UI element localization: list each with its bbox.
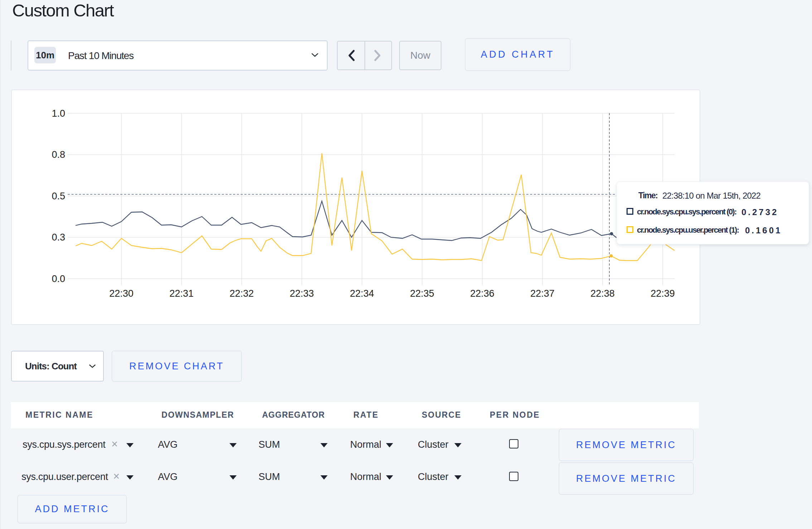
svg-text:0.8: 0.8	[52, 149, 65, 160]
svg-text:1.0: 1.0	[52, 108, 65, 119]
svg-text:22:31: 22:31	[169, 288, 194, 299]
svg-text:22:38: 22:38	[590, 288, 615, 299]
svg-text:0.0: 0.0	[52, 273, 65, 284]
svg-text:22:32: 22:32	[229, 288, 254, 299]
svg-text:22:39: 22:39	[651, 288, 675, 299]
svg-text:0.5: 0.5	[52, 191, 65, 202]
svg-text:22:30: 22:30	[109, 288, 134, 299]
svg-text:22:33: 22:33	[290, 288, 314, 299]
svg-text:22:36: 22:36	[470, 288, 494, 299]
svg-text:0.3: 0.3	[52, 232, 65, 243]
svg-text:22:35: 22:35	[410, 288, 434, 299]
svg-text:22:34: 22:34	[350, 288, 374, 299]
svg-text:22:37: 22:37	[530, 288, 555, 299]
